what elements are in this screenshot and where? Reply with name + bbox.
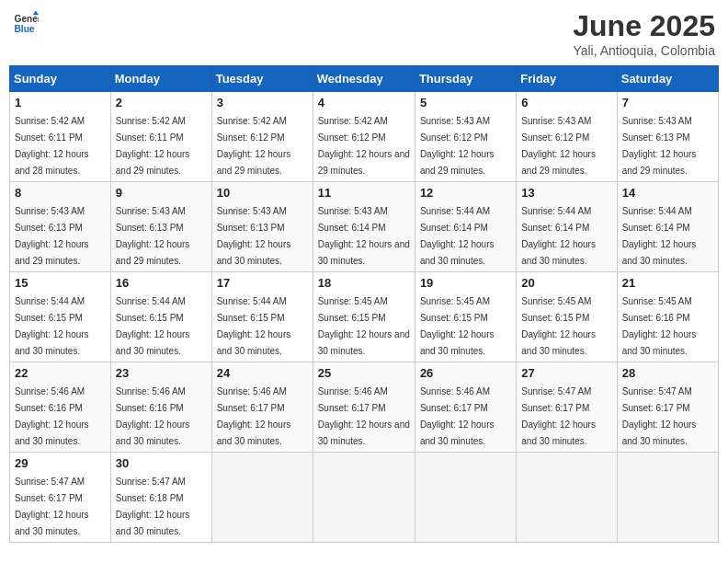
- table-row: 3Sunrise: 5:42 AMSunset: 6:12 PMDaylight…: [211, 92, 313, 182]
- day-info: Sunrise: 5:44 AMSunset: 6:14 PMDaylight:…: [622, 206, 697, 266]
- day-number: 21: [622, 276, 713, 290]
- title-area: June 2025 Yali, Antioquia, Colombia: [573, 9, 715, 58]
- day-number: 5: [420, 96, 511, 109]
- table-row: 17Sunrise: 5:44 AMSunset: 6:15 PMDayligh…: [211, 272, 313, 362]
- table-row: 14Sunrise: 5:44 AMSunset: 6:14 PMDayligh…: [617, 182, 718, 272]
- calendar-week-4: 22Sunrise: 5:46 AMSunset: 6:16 PMDayligh…: [10, 362, 719, 453]
- day-number: 17: [217, 276, 308, 290]
- day-info: Sunrise: 5:44 AMSunset: 6:15 PMDaylight:…: [217, 296, 291, 356]
- table-row: 2Sunrise: 5:42 AMSunset: 6:11 PMDaylight…: [110, 92, 211, 182]
- day-number: 16: [116, 276, 207, 290]
- day-number: 20: [521, 276, 611, 290]
- table-row: 1Sunrise: 5:42 AMSunset: 6:11 PMDaylight…: [10, 92, 111, 182]
- table-row: 20Sunrise: 5:45 AMSunset: 6:15 PMDayligh…: [517, 272, 617, 362]
- table-row: 22Sunrise: 5:46 AMSunset: 6:16 PMDayligh…: [10, 362, 111, 453]
- table-row: 8Sunrise: 5:43 AMSunset: 6:13 PMDaylight…: [10, 182, 111, 272]
- day-info: Sunrise: 5:42 AMSunset: 6:11 PMDaylight:…: [116, 116, 190, 176]
- table-row: [617, 453, 718, 543]
- day-number: 27: [521, 366, 611, 380]
- day-number: 4: [318, 96, 410, 109]
- day-info: Sunrise: 5:45 AMSunset: 6:15 PMDaylight:…: [521, 296, 596, 356]
- table-row: 10Sunrise: 5:43 AMSunset: 6:13 PMDayligh…: [211, 182, 313, 272]
- day-info: Sunrise: 5:44 AMSunset: 6:15 PMDaylight:…: [116, 296, 190, 356]
- day-number: 13: [521, 186, 611, 200]
- calendar-week-1: 1Sunrise: 5:42 AMSunset: 6:11 PMDaylight…: [10, 92, 719, 182]
- day-info: Sunrise: 5:45 AMSunset: 6:15 PMDaylight:…: [420, 296, 495, 356]
- svg-text:Blue: Blue: [15, 24, 35, 34]
- day-info: Sunrise: 5:46 AMSunset: 6:17 PMDaylight:…: [217, 386, 291, 446]
- logo-icon: General Blue: [13, 9, 39, 35]
- header-saturday: Saturday: [617, 66, 718, 92]
- day-info: Sunrise: 5:46 AMSunset: 6:16 PMDaylight:…: [116, 386, 190, 446]
- day-info: Sunrise: 5:43 AMSunset: 6:13 PMDaylight:…: [622, 116, 697, 176]
- table-row: 23Sunrise: 5:46 AMSunset: 6:16 PMDayligh…: [110, 362, 211, 453]
- table-row: 16Sunrise: 5:44 AMSunset: 6:15 PMDayligh…: [110, 272, 211, 362]
- day-number: 1: [15, 96, 106, 109]
- header-wednesday: Wednesday: [313, 66, 415, 92]
- day-number: 23: [116, 366, 207, 380]
- calendar-title: June 2025: [573, 9, 715, 43]
- table-row: [517, 453, 617, 543]
- day-number: 22: [15, 366, 106, 380]
- day-number: 8: [15, 186, 106, 200]
- day-number: 2: [116, 96, 207, 109]
- header-monday: Monday: [110, 66, 211, 92]
- table-row: 19Sunrise: 5:45 AMSunset: 6:15 PMDayligh…: [415, 272, 516, 362]
- day-number: 12: [420, 186, 511, 200]
- day-number: 28: [622, 366, 713, 380]
- day-info: Sunrise: 5:45 AMSunset: 6:16 PMDaylight:…: [622, 296, 697, 356]
- day-info: Sunrise: 5:44 AMSunset: 6:15 PMDaylight:…: [15, 296, 89, 356]
- header-thursday: Thursday: [415, 66, 516, 92]
- day-info: Sunrise: 5:43 AMSunset: 6:13 PMDaylight:…: [116, 206, 190, 266]
- day-info: Sunrise: 5:47 AMSunset: 6:18 PMDaylight:…: [116, 477, 190, 536]
- calendar-week-2: 8Sunrise: 5:43 AMSunset: 6:13 PMDaylight…: [10, 182, 719, 272]
- table-row: 27Sunrise: 5:47 AMSunset: 6:17 PMDayligh…: [517, 362, 617, 453]
- day-info: Sunrise: 5:43 AMSunset: 6:14 PMDaylight:…: [318, 206, 410, 266]
- logo: General Blue: [13, 9, 42, 35]
- svg-marker-2: [33, 11, 39, 16]
- day-info: Sunrise: 5:43 AMSunset: 6:12 PMDaylight:…: [521, 116, 596, 176]
- table-row: [415, 453, 516, 543]
- day-number: 9: [116, 186, 207, 200]
- day-info: Sunrise: 5:42 AMSunset: 6:12 PMDaylight:…: [217, 116, 291, 176]
- table-row: 24Sunrise: 5:46 AMSunset: 6:17 PMDayligh…: [211, 362, 313, 453]
- svg-text:General: General: [15, 14, 39, 24]
- day-info: Sunrise: 5:43 AMSunset: 6:12 PMDaylight:…: [420, 116, 495, 176]
- table-row: 9Sunrise: 5:43 AMSunset: 6:13 PMDaylight…: [110, 182, 211, 272]
- day-number: 3: [217, 96, 308, 109]
- day-info: Sunrise: 5:45 AMSunset: 6:15 PMDaylight:…: [318, 296, 410, 356]
- day-number: 18: [318, 276, 410, 290]
- day-number: 25: [318, 366, 410, 380]
- table-row: 26Sunrise: 5:46 AMSunset: 6:17 PMDayligh…: [415, 362, 516, 453]
- table-row: 28Sunrise: 5:47 AMSunset: 6:17 PMDayligh…: [617, 362, 718, 453]
- day-info: Sunrise: 5:44 AMSunset: 6:14 PMDaylight:…: [420, 206, 495, 266]
- day-info: Sunrise: 5:47 AMSunset: 6:17 PMDaylight:…: [622, 386, 697, 446]
- table-row: 30Sunrise: 5:47 AMSunset: 6:18 PMDayligh…: [110, 453, 211, 543]
- day-info: Sunrise: 5:47 AMSunset: 6:17 PMDaylight:…: [521, 386, 596, 446]
- day-number: 24: [217, 366, 308, 380]
- table-row: [313, 453, 415, 543]
- calendar-week-3: 15Sunrise: 5:44 AMSunset: 6:15 PMDayligh…: [10, 272, 719, 362]
- table-row: [211, 453, 313, 543]
- day-number: 15: [15, 276, 106, 290]
- day-number: 6: [521, 96, 611, 109]
- day-number: 19: [420, 276, 511, 290]
- day-number: 14: [622, 186, 713, 200]
- table-row: 15Sunrise: 5:44 AMSunset: 6:15 PMDayligh…: [10, 272, 111, 362]
- day-number: 29: [15, 456, 106, 470]
- day-number: 26: [420, 366, 511, 380]
- day-number: 30: [116, 456, 207, 470]
- day-info: Sunrise: 5:47 AMSunset: 6:17 PMDaylight:…: [15, 477, 89, 536]
- day-info: Sunrise: 5:44 AMSunset: 6:14 PMDaylight:…: [521, 206, 596, 266]
- table-row: 4Sunrise: 5:42 AMSunset: 6:12 PMDaylight…: [313, 92, 415, 182]
- table-row: 13Sunrise: 5:44 AMSunset: 6:14 PMDayligh…: [517, 182, 617, 272]
- day-info: Sunrise: 5:43 AMSunset: 6:13 PMDaylight:…: [217, 206, 291, 266]
- day-info: Sunrise: 5:46 AMSunset: 6:16 PMDaylight:…: [15, 386, 89, 446]
- table-row: 12Sunrise: 5:44 AMSunset: 6:14 PMDayligh…: [415, 182, 516, 272]
- day-info: Sunrise: 5:43 AMSunset: 6:13 PMDaylight:…: [15, 206, 89, 266]
- day-number: 7: [622, 96, 713, 109]
- day-info: Sunrise: 5:42 AMSunset: 6:11 PMDaylight:…: [15, 116, 89, 176]
- day-info: Sunrise: 5:46 AMSunset: 6:17 PMDaylight:…: [420, 386, 495, 446]
- day-info: Sunrise: 5:42 AMSunset: 6:12 PMDaylight:…: [318, 116, 410, 176]
- table-row: 29Sunrise: 5:47 AMSunset: 6:17 PMDayligh…: [10, 453, 111, 543]
